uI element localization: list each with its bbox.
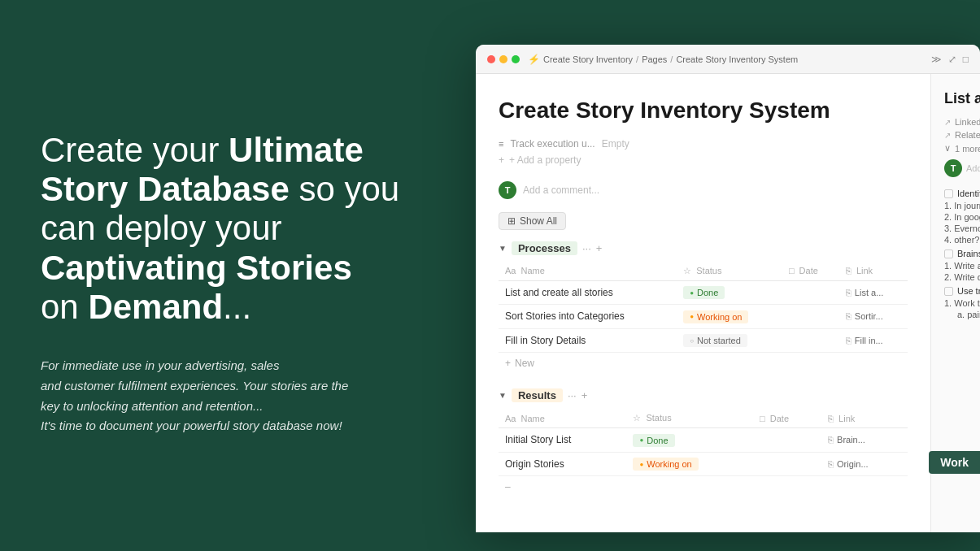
table-row[interactable]: Origin Stories Working on ⎘Origin... <box>499 452 908 476</box>
show-all-button[interactable]: ⊞ Show All <box>499 212 566 230</box>
dot-yellow[interactable] <box>499 55 507 63</box>
processes-section: ▼ Processes ··· + Aa Name ☆ Status □ Dat… <box>499 241 908 375</box>
group-plus[interactable]: + <box>581 389 588 401</box>
list-checkbox-triggers: Use trigg... <box>944 283 980 297</box>
add-property-button[interactable]: + + Add a property <box>499 152 908 168</box>
table-row[interactable]: Initial Story List Done ⎘Brain... <box>499 428 908 453</box>
browser-topbar: ⚡ Create Story Inventory / Pages / Creat… <box>476 45 980 74</box>
arrow-icon: ↗ <box>944 131 951 140</box>
breadcrumb-part-2[interactable]: Pages <box>642 54 667 64</box>
comment-placeholder[interactable]: Add a comment... <box>523 184 599 196</box>
list-prop-linked: ↗ Linked to... <box>944 115 980 128</box>
row-date <box>782 328 839 353</box>
breadcrumb-icon: ⚡ <box>528 54 540 65</box>
right-section: ⚡ Create Story Inventory / Pages / Creat… <box>468 0 980 551</box>
checkbox-triggers[interactable] <box>944 287 953 296</box>
row-date <box>782 305 839 329</box>
list-prop-more[interactable]: ∨ 1 more pr... <box>944 141 980 155</box>
breadcrumb-sep-1: / <box>636 54 638 64</box>
browser-actions: ≫ ⤢ □ <box>931 54 969 65</box>
avatar-t: T <box>944 159 962 177</box>
status-badge: Done <box>683 286 725 299</box>
dot-red[interactable] <box>487 55 495 63</box>
list-panel-title: List an <box>944 90 980 107</box>
prop-track-value: Empty <box>602 138 629 150</box>
results-group-name: Results <box>512 388 563 402</box>
prop-track-row: ≡ Track execution u... Empty <box>499 136 908 152</box>
link-icon: ⎘ <box>828 459 834 469</box>
list-subitem: a. pain <box>944 309 980 320</box>
table-row[interactable]: Sort Stories into Categories Working on … <box>499 305 908 329</box>
track-icon: ≡ <box>499 139 503 149</box>
list-item: 1. Work thr... <box>944 297 980 309</box>
new-row-button-results[interactable]: – <box>499 476 908 497</box>
minus-icon: – <box>505 481 511 492</box>
triangle-icon[interactable]: ▼ <box>499 391 507 400</box>
headline: Create your Ultimate Story Database so y… <box>41 131 427 327</box>
results-group-header: ▼ Results ··· + <box>499 388 908 402</box>
triangle-icon[interactable]: ▼ <box>499 244 507 253</box>
processes-group-header: ▼ Processes ··· + <box>499 241 908 255</box>
table-icon: ⊞ <box>507 215 516 227</box>
list-item: 4. other? <box>944 234 980 245</box>
row-date <box>782 280 839 305</box>
breadcrumb-part-1[interactable]: Create Story Inventory <box>543 54 633 64</box>
row-name: Origin Stories <box>499 452 626 476</box>
table-row[interactable]: List and create all stories Done ⎘List a… <box>499 280 908 305</box>
window-icon[interactable]: □ <box>963 54 969 65</box>
link-icon: ⎘ <box>846 288 852 297</box>
arrow-icon: ↗ <box>944 118 951 127</box>
browser-mockup: ⚡ Create Story Inventory / Pages / Creat… <box>476 45 980 532</box>
new-row-button[interactable]: + New <box>499 353 908 374</box>
row-status: Working on <box>626 452 753 476</box>
col-name: Aa Name <box>499 409 626 428</box>
group-plus[interactable]: + <box>596 242 603 254</box>
dot-green[interactable] <box>512 55 520 63</box>
row-date <box>753 452 821 476</box>
page-title: Create Story Inventory System <box>499 97 908 124</box>
breadcrumb-part-3[interactable]: Create Story Inventory System <box>676 54 798 64</box>
list-comment: T Add a co... <box>944 155 980 185</box>
link-icon: ⎘ <box>828 435 834 445</box>
row-name: List and create all stories <box>499 280 677 305</box>
row-name: Initial Story List <box>499 428 626 453</box>
col-name: Aa Name <box>499 262 677 281</box>
status-badge: Working on <box>633 458 698 471</box>
col-status: ☆ Status <box>626 409 753 428</box>
plus-icon: + <box>505 358 511 369</box>
expand-icon[interactable]: ≫ <box>931 54 942 65</box>
row-link: ⎘List a... <box>839 280 908 305</box>
list-checkbox-brainstorm: Brainstor... <box>944 245 980 260</box>
prop-track-label: Track execution u... <box>510 138 595 150</box>
checkbox-identify[interactable] <box>944 189 953 198</box>
link-icon: ⎘ <box>846 311 852 321</box>
processes-group-name: Processes <box>512 241 577 255</box>
list-item: 2. In google ... <box>944 211 980 223</box>
list-item: 3. Evernote?... <box>944 223 980 234</box>
col-date: □ Date <box>782 262 839 281</box>
row-status: Done <box>677 280 782 305</box>
list-item: 1. In journal... <box>944 200 980 211</box>
notion-props: ≡ Track execution u... Empty + + Add a p… <box>499 136 908 168</box>
table-row[interactable]: Fill in Story Details Not started ⎘Fill … <box>499 328 908 353</box>
group-dots[interactable]: ··· <box>582 242 591 254</box>
row-status: Done <box>626 428 753 453</box>
col-link: ⎘ Link <box>821 409 908 428</box>
status-badge: Working on <box>683 310 748 323</box>
row-link: ⎘Sortir... <box>839 305 908 329</box>
link-icon: ⎘ <box>846 336 852 345</box>
checkbox-brainstorm[interactable] <box>944 249 953 258</box>
left-section: Create your Ultimate Story Database so y… <box>0 0 468 551</box>
list-item: 2. Write dow... <box>944 271 980 283</box>
row-name: Sort Stories into Categories <box>499 305 677 329</box>
avatar: T <box>499 181 516 199</box>
row-link: ⎘Fill in... <box>839 328 908 353</box>
results-table: Aa Name ☆ Status □ Date ⎘ Link Initial S… <box>499 409 908 476</box>
work-badge: Work <box>929 451 980 474</box>
fullscreen-icon[interactable]: ⤢ <box>948 54 956 65</box>
browser-dots <box>487 55 520 63</box>
breadcrumb-sep-2: / <box>670 54 673 64</box>
group-dots[interactable]: ··· <box>568 389 577 401</box>
col-date: □ Date <box>753 409 821 428</box>
row-link: ⎘Brain... <box>821 428 908 453</box>
